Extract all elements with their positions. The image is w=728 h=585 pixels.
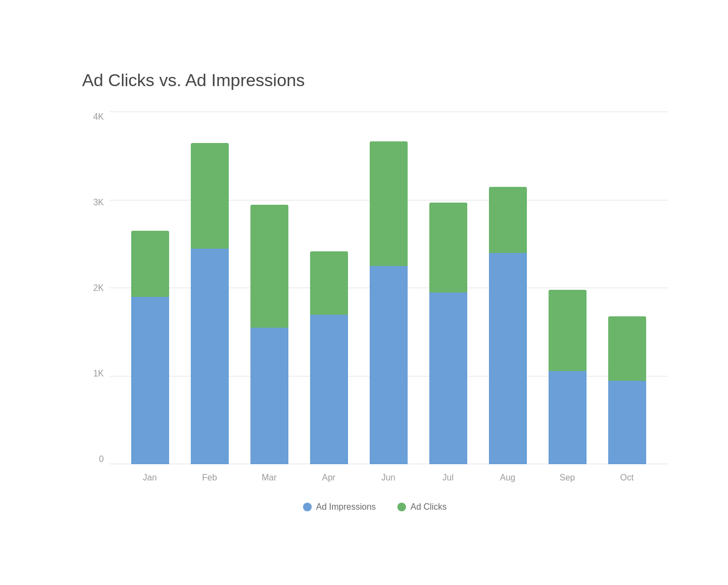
legend: Ad Impressions Ad Clicks — [82, 502, 668, 512]
legend-clicks: Ad Clicks — [397, 502, 447, 512]
bar-stack — [310, 251, 348, 464]
bar-impressions — [131, 297, 169, 464]
bar-group — [597, 316, 657, 464]
bar-group — [359, 141, 418, 464]
bar-impressions — [250, 328, 288, 464]
bar-impressions — [489, 253, 527, 464]
bar-stack — [608, 316, 646, 464]
bar-impressions — [310, 315, 348, 464]
y-label: 2K — [93, 283, 104, 293]
bar-impressions — [429, 292, 467, 464]
bar-clicks — [429, 203, 467, 292]
bar-stack — [549, 290, 587, 464]
chart-container: Ad Clicks vs. Ad Impressions 01K2K3K4K J… — [39, 49, 690, 536]
legend-clicks-label: Ad Clicks — [410, 502, 447, 512]
bar-group — [418, 203, 478, 464]
x-label: Oct — [597, 473, 657, 483]
bar-stack — [131, 231, 169, 464]
bar-clicks — [608, 316, 646, 381]
bar-stack — [250, 205, 288, 464]
bar-stack — [370, 141, 408, 464]
y-axis: 01K2K3K4K — [82, 112, 109, 464]
x-label: Aug — [478, 473, 538, 483]
legend-impressions-label: Ad Impressions — [316, 502, 376, 512]
bar-clicks — [370, 141, 408, 266]
bar-group — [478, 187, 538, 464]
x-label: Feb — [180, 473, 240, 483]
bar-group — [180, 143, 240, 464]
bar-clicks — [131, 231, 169, 297]
bar-clicks — [549, 290, 587, 371]
y-label: 3K — [93, 198, 104, 207]
bar-stack — [429, 203, 467, 464]
legend-impressions: Ad Impressions — [303, 502, 376, 512]
bar-group — [538, 290, 597, 464]
x-label: Jan — [120, 473, 180, 483]
bar-group — [299, 251, 359, 464]
x-label: Jul — [418, 473, 478, 483]
bar-clicks — [310, 251, 348, 315]
bar-impressions — [370, 266, 408, 464]
bars-area — [109, 112, 668, 464]
bar-stack — [191, 143, 229, 464]
chart-title: Ad Clicks vs. Ad Impressions — [82, 70, 668, 90]
x-labels: JanFebMarAprJunJulAugSepOct — [109, 464, 668, 491]
bar-impressions — [549, 371, 587, 464]
bar-clicks — [191, 143, 229, 249]
bar-impressions — [608, 381, 646, 464]
x-label: Apr — [299, 473, 359, 483]
bar-clicks — [250, 205, 288, 328]
legend-dot-clicks — [397, 503, 406, 511]
y-label: 0 — [99, 454, 104, 464]
bar-impressions — [191, 249, 229, 464]
x-label: Mar — [240, 473, 299, 483]
x-label: Jun — [359, 473, 418, 483]
legend-dot-impressions — [303, 503, 312, 511]
bar-clicks — [489, 187, 527, 253]
y-label: 1K — [93, 369, 104, 379]
y-label: 4K — [93, 112, 104, 122]
chart-area: 01K2K3K4K JanFebMarAprJunJulAugSepOct — [82, 112, 668, 491]
x-label: Sep — [538, 473, 597, 483]
bar-stack — [489, 187, 527, 464]
bar-group — [120, 231, 180, 464]
bar-group — [240, 205, 299, 464]
